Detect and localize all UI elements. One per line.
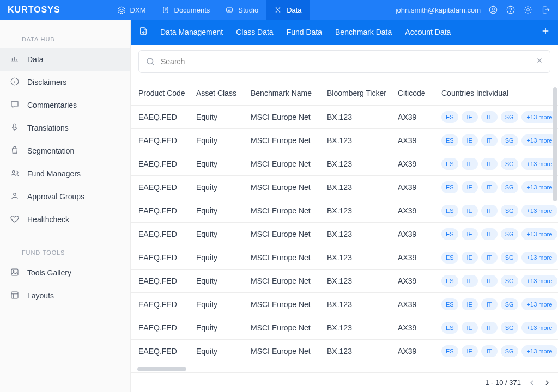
- sidebar-item-layouts[interactable]: Layouts: [0, 284, 130, 307]
- country-chip[interactable]: SG: [501, 275, 518, 287]
- more-chip[interactable]: +13 more: [521, 345, 558, 357]
- more-chip[interactable]: +13 more: [521, 158, 558, 170]
- sidebar-item-segmentation[interactable]: Segmentation: [0, 139, 130, 162]
- topnav-dxm[interactable]: DXM: [110, 0, 154, 20]
- country-chip[interactable]: ES: [441, 158, 458, 170]
- country-chip[interactable]: SG: [501, 111, 518, 123]
- sidebar-item-translations[interactable]: Translations: [0, 117, 130, 139]
- table-row[interactable]: EAEQ.FEDEquityMSCI Europe NetBX.123AX39E…: [131, 340, 558, 363]
- sidebar-item-healthcheck[interactable]: Healthcheck: [0, 208, 130, 231]
- country-chip[interactable]: ES: [441, 252, 458, 264]
- country-chip[interactable]: ES: [441, 345, 458, 357]
- table-row[interactable]: EAEQ.FEDEquityMSCI Europe NetBX.123AX39E…: [131, 199, 558, 223]
- country-chip[interactable]: IE: [462, 345, 478, 357]
- column-header[interactable]: Asset Class: [191, 81, 245, 106]
- subtab-benchmark-data[interactable]: Benchmark Data: [335, 28, 392, 36]
- gear-icon[interactable]: [523, 5, 533, 15]
- table-row[interactable]: EAEQ.FEDEquityMSCI Europe NetBX.123AX39E…: [131, 316, 558, 340]
- logout-icon[interactable]: [541, 5, 550, 15]
- more-chip[interactable]: +13 more: [521, 275, 558, 287]
- subtab-account-data[interactable]: Account Data: [405, 28, 451, 36]
- country-chip[interactable]: SG: [501, 252, 518, 264]
- table-row[interactable]: EAEQ.FEDEquityMSCI Europe NetBX.123AX39E…: [131, 223, 558, 246]
- country-chip[interactable]: IT: [481, 111, 498, 123]
- country-chip[interactable]: IE: [462, 322, 478, 334]
- horizontal-scroll-thumb[interactable]: [137, 367, 186, 371]
- country-chip[interactable]: IT: [481, 298, 498, 310]
- country-chip[interactable]: SG: [501, 181, 518, 193]
- clear-icon[interactable]: [536, 57, 543, 66]
- user-email[interactable]: john.smith@kapitalam.com: [396, 6, 481, 14]
- table-row[interactable]: EAEQ.FEDEquityMSCI Europe NetBX.123AX39E…: [131, 246, 558, 270]
- country-chip[interactable]: IT: [481, 228, 498, 240]
- country-chip[interactable]: ES: [441, 205, 458, 217]
- more-chip[interactable]: +13 more: [521, 322, 558, 334]
- more-chip[interactable]: +13 more: [521, 205, 558, 217]
- country-chip[interactable]: IE: [462, 181, 478, 193]
- export-icon[interactable]: [138, 26, 148, 38]
- column-header[interactable]: Benchmark Name: [245, 81, 322, 106]
- country-chip[interactable]: IE: [462, 228, 478, 240]
- country-chip[interactable]: IE: [462, 111, 478, 123]
- sidebar-item-fund-managers[interactable]: Fund Managers: [0, 162, 130, 185]
- vertical-scroll-thumb[interactable]: [553, 87, 557, 201]
- country-chip[interactable]: SG: [501, 134, 518, 146]
- more-chip[interactable]: +13 more: [521, 181, 558, 193]
- user-icon[interactable]: [488, 5, 498, 15]
- country-chip[interactable]: IE: [462, 134, 478, 146]
- column-header[interactable]: Countries Individual: [436, 81, 558, 106]
- country-chip[interactable]: ES: [441, 181, 458, 193]
- more-chip[interactable]: +13 more: [521, 298, 558, 310]
- sidebar-item-commentaries[interactable]: Commentaries: [0, 94, 130, 117]
- country-chip[interactable]: IE: [462, 275, 478, 287]
- country-chip[interactable]: IT: [481, 181, 498, 193]
- country-chip[interactable]: IT: [481, 322, 498, 334]
- search-box[interactable]: [138, 50, 550, 73]
- country-chip[interactable]: IE: [462, 252, 478, 264]
- help-icon[interactable]: [506, 5, 515, 15]
- table-row[interactable]: EAEQ.FEDEquityMSCI Europe NetBX.123AX39E…: [131, 152, 558, 176]
- country-chip[interactable]: ES: [441, 111, 458, 123]
- country-chip[interactable]: SG: [501, 298, 518, 310]
- country-chip[interactable]: SG: [501, 228, 518, 240]
- country-chip[interactable]: ES: [441, 298, 458, 310]
- more-chip[interactable]: +13 more: [521, 252, 558, 264]
- country-chip[interactable]: IT: [481, 252, 498, 264]
- country-chip[interactable]: SG: [501, 322, 518, 334]
- chevron-left-icon[interactable]: [527, 378, 536, 387]
- subtab-class-data[interactable]: Class Data: [236, 28, 273, 36]
- data-table-scroll[interactable]: Product CodeAsset ClassBenchmark NameBlo…: [131, 81, 558, 365]
- country-chip[interactable]: IE: [462, 158, 478, 170]
- country-chip[interactable]: SG: [501, 205, 518, 217]
- country-chip[interactable]: ES: [441, 228, 458, 240]
- chevron-right-icon[interactable]: [543, 378, 551, 387]
- add-button[interactable]: [541, 26, 550, 38]
- topnav-data[interactable]: Data: [266, 0, 309, 20]
- country-chip[interactable]: IT: [481, 275, 498, 287]
- country-chip[interactable]: IE: [462, 298, 478, 310]
- table-row[interactable]: EAEQ.FEDEquityMSCI Europe NetBX.123AX39E…: [131, 270, 558, 293]
- country-chip[interactable]: IT: [481, 205, 498, 217]
- column-header[interactable]: Product Code: [131, 81, 191, 106]
- country-chip[interactable]: ES: [441, 275, 458, 287]
- subtab-data-management[interactable]: Data Management: [160, 28, 223, 36]
- country-chip[interactable]: ES: [441, 134, 458, 146]
- country-chip[interactable]: SG: [501, 158, 518, 170]
- sidebar-item-data[interactable]: Data: [0, 48, 130, 71]
- country-chip[interactable]: IE: [462, 205, 478, 217]
- column-header[interactable]: Bloomberg Ticker: [322, 81, 392, 106]
- more-chip[interactable]: +13 more: [521, 228, 558, 240]
- sidebar-item-approval-groups[interactable]: Approval Groups: [0, 185, 130, 208]
- search-input[interactable]: [161, 57, 530, 66]
- horizontal-scrollbar[interactable]: [131, 365, 558, 372]
- table-row[interactable]: EAEQ.FEDEquityMSCI Europe NetBX.123AX39E…: [131, 293, 558, 316]
- table-row[interactable]: EAEQ.FEDEquityMSCI Europe NetBX.123AX39E…: [131, 176, 558, 199]
- country-chip[interactable]: ES: [441, 322, 458, 334]
- column-header[interactable]: Citicode: [392, 81, 436, 106]
- topnav-documents[interactable]: Documents: [154, 0, 218, 20]
- table-row[interactable]: EAEQ.FEDEquityMSCI Europe NetBX.123AX39E…: [131, 106, 558, 129]
- table-row[interactable]: EAEQ.FEDEquityMSCI Europe NetBX.123AX39E…: [131, 129, 558, 152]
- more-chip[interactable]: +13 more: [521, 134, 558, 146]
- sidebar-item-tools-gallery[interactable]: Tools Gallery: [0, 261, 130, 284]
- more-chip[interactable]: +13 more: [521, 111, 558, 123]
